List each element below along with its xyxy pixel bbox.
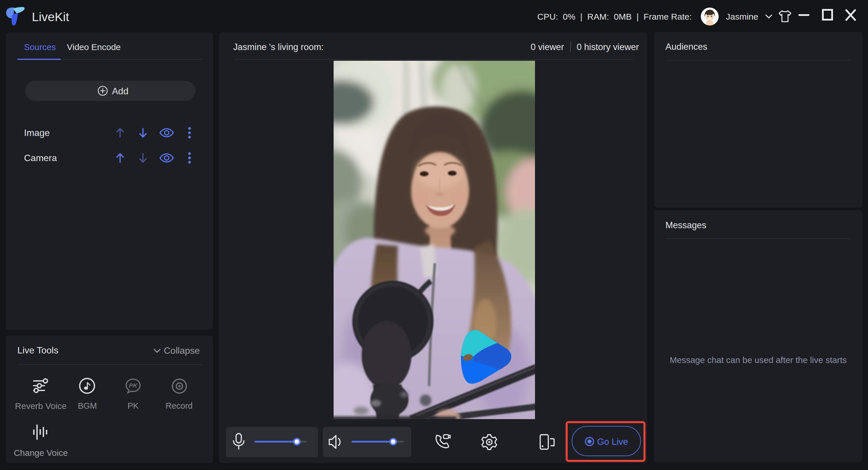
svg-text:PK: PK: [129, 382, 138, 389]
